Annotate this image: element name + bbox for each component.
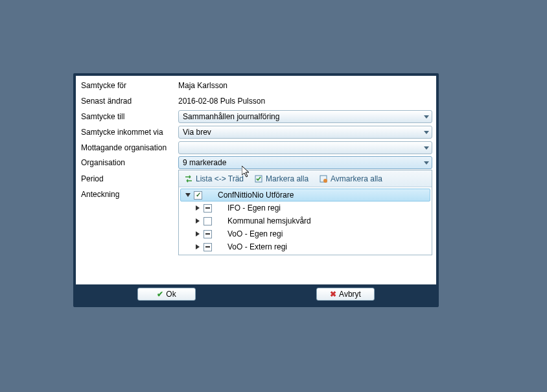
dialog-body: Samtycke för Maja Karlsson Senast ändrad… xyxy=(76,76,436,284)
expander-expand-icon[interactable] xyxy=(194,218,201,224)
svg-point-2 xyxy=(323,179,327,183)
select-samtycke-inkommet-via[interactable]: Via brev xyxy=(178,126,432,139)
swap-icon xyxy=(184,174,193,183)
action-markera-alla-label: Markera alla xyxy=(266,174,308,183)
select-samtycke-till-value: Sammanhållen journalföring xyxy=(183,112,279,121)
uncheck-all-icon xyxy=(319,174,328,183)
chevron-down-icon xyxy=(424,115,429,119)
tree-root-label: ConfNittioNio Utförare xyxy=(218,190,294,200)
tree-child-label: Kommunal hemsjukvård xyxy=(227,216,311,225)
label-samtycke-inkommet-via: Samtycke inkommet via xyxy=(80,128,178,137)
select-mottagande-org[interactable] xyxy=(178,141,432,154)
label-organisation: Organisation xyxy=(80,156,178,167)
tree-row[interactable]: IFO - Egen regi xyxy=(180,202,430,214)
expander-expand-icon[interactable] xyxy=(194,231,201,237)
action-lista-trad-label: Lista <-> Träd xyxy=(196,174,244,183)
value-senast-andrad: 2016-02-08 Puls Pulsson xyxy=(178,97,432,106)
checkbox-child[interactable] xyxy=(204,243,212,251)
chevron-down-icon xyxy=(424,131,429,134)
checkbox-child[interactable] xyxy=(204,230,212,238)
tree-child-label: VoO - Extern regi xyxy=(227,242,287,251)
tree-child-label: IFO - Egen regi xyxy=(227,203,281,213)
ok-button[interactable]: ✔ Ok xyxy=(137,288,196,301)
check-all-icon xyxy=(254,174,263,183)
select-organisation-value: 9 markerade xyxy=(183,158,226,167)
cancel-button[interactable]: ✖ Avbryt xyxy=(316,288,375,301)
dropdown-toolbar: Lista <-> Träd Markera alla xyxy=(179,170,432,187)
label-senast-andrad: Senast ändrad xyxy=(80,97,178,106)
select-samtycke-till[interactable]: Sammanhållen journalföring xyxy=(178,110,432,123)
label-samtycke-for: Samtycke för xyxy=(80,81,178,90)
action-avmarkera-alla[interactable]: Avmarkera alla xyxy=(319,174,382,183)
chevron-down-icon xyxy=(424,161,429,165)
checkbox-root[interactable] xyxy=(194,191,202,200)
action-lista-trad[interactable]: Lista <-> Träd xyxy=(184,174,244,183)
label-mottagande-org: Mottagande organisation xyxy=(80,143,178,152)
select-organisation[interactable]: 9 markerade xyxy=(178,156,432,169)
select-inkommet-via-value: Via brev xyxy=(183,128,211,137)
tree-row[interactable]: VoO - Egen regi xyxy=(180,227,430,240)
organisation-dropdown: Lista <-> Träd Markera alla xyxy=(178,170,432,255)
tree-child-label: VoO - Egen regi xyxy=(227,229,283,238)
cancel-button-label: Avbryt xyxy=(339,290,361,299)
button-bar: ✔ Ok ✖ Avbryt xyxy=(76,284,436,305)
checkbox-child[interactable] xyxy=(204,217,212,225)
expander-expand-icon[interactable] xyxy=(194,205,201,211)
action-markera-alla[interactable]: Markera alla xyxy=(254,174,308,183)
checkbox-child[interactable] xyxy=(204,204,212,213)
consent-dialog: Samtycke för Maja Karlsson Senast ändrad… xyxy=(73,73,439,307)
tree-row[interactable]: Kommunal hemsjukvård xyxy=(180,214,430,227)
org-tree: ConfNittioNio Utförare IFO - Egen regi K… xyxy=(179,187,432,255)
label-period: Period xyxy=(80,174,178,183)
label-anteckning: Anteckning xyxy=(80,190,178,199)
cancel-x-icon: ✖ xyxy=(330,290,336,299)
expander-expand-icon[interactable] xyxy=(194,244,201,250)
tree-root-row[interactable]: ConfNittioNio Utförare xyxy=(180,189,430,202)
action-avmarkera-alla-label: Avmarkera alla xyxy=(331,174,382,183)
chevron-down-icon xyxy=(424,146,429,150)
ok-button-label: Ok xyxy=(166,290,176,299)
tree-row[interactable]: VoO - Extern regi xyxy=(180,240,430,253)
expander-collapse-icon[interactable] xyxy=(185,192,191,198)
label-samtycke-till: Samtycke till xyxy=(80,112,178,121)
ok-check-icon: ✔ xyxy=(157,290,163,299)
value-samtycke-for: Maja Karlsson xyxy=(178,81,432,90)
